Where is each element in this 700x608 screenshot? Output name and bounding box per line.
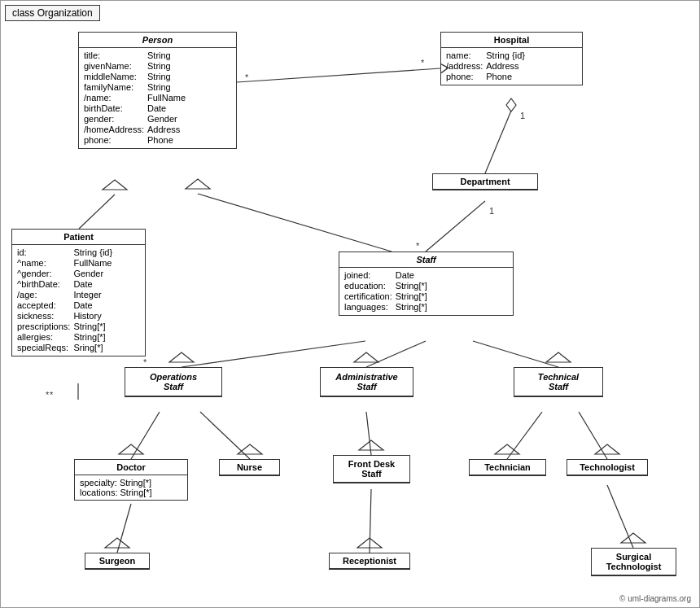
svg-marker-26 xyxy=(359,440,383,450)
technologist-title: Technologist xyxy=(567,460,647,475)
svg-marker-16 xyxy=(169,352,194,362)
box-surgical-technologist: SurgicalTechnologist xyxy=(591,548,676,576)
box-department: Department xyxy=(432,173,538,190)
department-title: Department xyxy=(433,174,537,190)
svg-text:1: 1 xyxy=(489,206,494,216)
svg-marker-28 xyxy=(495,444,519,454)
staff-body: joined:Date education:String[*] certific… xyxy=(339,268,513,315)
doctor-title: Doctor xyxy=(75,460,187,475)
operations-staff-title: OperationsStaff xyxy=(125,368,221,396)
patient-title: Patient xyxy=(12,230,145,245)
svg-line-4 xyxy=(485,111,511,173)
svg-marker-5 xyxy=(506,98,516,112)
hospital-title: Hospital xyxy=(441,33,582,48)
svg-marker-24 xyxy=(238,444,262,454)
front-desk-title: Front DeskStaff xyxy=(334,456,409,483)
box-staff: Staff joined:Date education:String[*] ce… xyxy=(339,252,514,316)
box-technical-staff: TechnicalStaff xyxy=(514,367,603,397)
nurse-title: Nurse xyxy=(220,460,279,475)
svg-line-35 xyxy=(607,485,633,548)
svg-text:*: * xyxy=(50,390,54,400)
doctor-body: specialty: String[*] locations: String[*… xyxy=(75,475,187,500)
svg-marker-20 xyxy=(546,352,571,362)
box-person: Person title:String givenName:String mid… xyxy=(78,32,237,149)
person-title: Person xyxy=(79,33,236,48)
svg-text:*: * xyxy=(421,58,425,68)
svg-marker-32 xyxy=(105,538,129,548)
svg-line-25 xyxy=(366,412,371,455)
svg-text:1: 1 xyxy=(520,111,525,120)
patient-body: id:String {id} ^name:FullName ^gender:Ge… xyxy=(12,245,145,356)
svg-marker-36 xyxy=(621,533,645,543)
svg-text:*: * xyxy=(245,72,249,82)
receptionist-title: Receptionist xyxy=(330,553,409,569)
box-surgeon: Surgeon xyxy=(85,553,150,570)
box-technologist: Technologist xyxy=(567,459,648,476)
svg-line-31 xyxy=(117,504,131,553)
box-admin-staff: AdministrativeStaff xyxy=(320,367,413,397)
box-hospital: Hospital name:String {id} /address:Addre… xyxy=(440,32,583,85)
box-operations-staff: OperationsStaff xyxy=(125,367,222,397)
svg-line-19 xyxy=(473,341,558,367)
hospital-body: name:String {id} /address:Address phone:… xyxy=(441,48,582,85)
staff-title: Staff xyxy=(339,252,513,268)
svg-marker-34 xyxy=(357,538,382,548)
svg-marker-18 xyxy=(354,352,378,362)
surgical-technologist-title: SurgicalTechnologist xyxy=(592,549,676,575)
box-technician: Technician xyxy=(469,459,546,476)
svg-marker-30 xyxy=(595,444,619,454)
svg-line-2 xyxy=(198,194,392,252)
svg-line-10 xyxy=(237,68,440,82)
person-body: title:String givenName:String middleName… xyxy=(79,48,236,148)
svg-line-21 xyxy=(131,412,160,459)
box-nurse: Nurse xyxy=(219,459,280,476)
copyright: © uml-diagrams.org xyxy=(619,594,691,603)
surgeon-title: Surgeon xyxy=(85,553,149,569)
box-front-desk: Front DeskStaff xyxy=(333,455,410,483)
diagram-container: class Organization Person title:String g… xyxy=(0,0,700,608)
svg-text:*: * xyxy=(143,357,147,367)
svg-line-27 xyxy=(507,412,542,459)
box-patient: Patient id:String {id} ^name:FullName ^g… xyxy=(11,229,146,356)
svg-line-17 xyxy=(366,341,426,367)
diagram-title: class Organization xyxy=(5,5,100,21)
svg-line-33 xyxy=(370,489,371,553)
svg-text:*: * xyxy=(46,390,50,400)
svg-line-29 xyxy=(579,412,607,459)
admin-staff-title: AdministrativeStaff xyxy=(321,368,413,396)
svg-line-0 xyxy=(79,195,115,229)
box-doctor: Doctor specialty: String[*] locations: S… xyxy=(74,459,188,501)
svg-line-7 xyxy=(426,201,485,252)
technician-title: Technician xyxy=(470,460,545,475)
svg-marker-22 xyxy=(119,444,143,454)
svg-marker-1 xyxy=(103,180,127,190)
technical-staff-title: TechnicalStaff xyxy=(514,368,602,396)
box-receptionist: Receptionist xyxy=(329,553,410,570)
svg-marker-3 xyxy=(186,179,210,189)
svg-line-23 xyxy=(200,412,250,459)
svg-line-15 xyxy=(182,341,365,367)
svg-text:*: * xyxy=(416,241,420,251)
